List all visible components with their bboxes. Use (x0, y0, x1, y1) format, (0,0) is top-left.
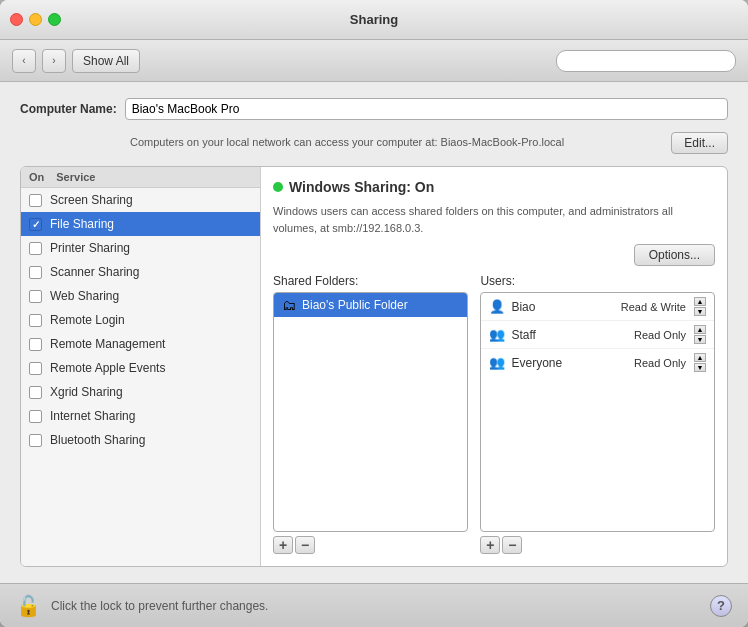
user-icon-staff: 👥 (489, 327, 505, 342)
folders-list[interactable]: 🗂 Biao's Public Folder (273, 292, 468, 532)
window-title: Sharing (350, 12, 398, 27)
web-sharing-label: Web Sharing (50, 289, 119, 303)
service-item-xgrid-sharing[interactable]: Xgrid Sharing (21, 380, 260, 404)
forward-button[interactable]: › (42, 49, 66, 73)
service-item-screen-sharing[interactable]: Screen Sharing (21, 188, 260, 212)
help-button[interactable]: ? (710, 595, 732, 617)
computer-name-row: Computer Name: (20, 98, 728, 120)
service-item-bluetooth-sharing[interactable]: Bluetooth Sharing (21, 428, 260, 452)
user-item-biao[interactable]: 👤 Biao Read & Write ▲ ▼ (481, 293, 714, 321)
options-btn-row: Options... (273, 244, 715, 266)
folders-add-remove-row: + − (273, 536, 468, 554)
remote-management-label: Remote Management (50, 337, 165, 351)
screen-sharing-label: Screen Sharing (50, 193, 133, 207)
search-input[interactable] (556, 50, 736, 72)
service-item-file-sharing[interactable]: File Sharing (21, 212, 260, 236)
options-button[interactable]: Options... (634, 244, 715, 266)
users-label: Users: (480, 274, 715, 288)
bluetooth-sharing-checkbox[interactable] (29, 434, 42, 447)
content-area: Computer Name: Computers on your local n… (0, 82, 748, 583)
right-panel: Windows Sharing: On Windows users can ac… (261, 167, 727, 566)
biao-permission-stepper[interactable]: ▲ ▼ (694, 297, 706, 316)
user-permission-everyone: Read Only (634, 357, 686, 369)
shared-folders-section: Shared Folders: 🗂 Biao's Public Folder +… (273, 274, 468, 554)
service-column-header: Service (56, 171, 95, 183)
show-all-button[interactable]: Show All (72, 49, 140, 73)
service-list: On Service Screen Sharing File Sharing P… (21, 167, 261, 566)
scanner-sharing-checkbox[interactable] (29, 266, 42, 279)
users-list[interactable]: 👤 Biao Read & Write ▲ ▼ 👥 Staff (480, 292, 715, 532)
user-name-staff: Staff (511, 328, 628, 342)
biao-permission-down[interactable]: ▼ (694, 307, 706, 316)
user-icon-biao: 👤 (489, 299, 505, 314)
add-user-button[interactable]: + (480, 536, 500, 554)
remote-apple-events-checkbox[interactable] (29, 362, 42, 375)
service-item-remote-apple-events[interactable]: Remote Apple Events (21, 356, 260, 380)
web-sharing-checkbox[interactable] (29, 290, 42, 303)
network-info-row: Computers on your local network can acce… (130, 132, 728, 154)
status-row: Windows Sharing: On (273, 179, 715, 195)
service-item-internet-sharing[interactable]: Internet Sharing (21, 404, 260, 428)
staff-permission-down[interactable]: ▼ (694, 335, 706, 344)
service-item-web-sharing[interactable]: Web Sharing (21, 284, 260, 308)
remote-login-label: Remote Login (50, 313, 125, 327)
remove-folder-button[interactable]: − (295, 536, 315, 554)
traffic-lights (10, 13, 61, 26)
remote-apple-events-label: Remote Apple Events (50, 361, 165, 375)
lock-text: Click the lock to prevent further change… (51, 599, 700, 613)
user-item-staff[interactable]: 👥 Staff Read Only ▲ ▼ (481, 321, 714, 349)
everyone-permission-up[interactable]: ▲ (694, 353, 706, 362)
folder-icon: 🗂 (282, 297, 296, 313)
computer-name-label: Computer Name: (20, 102, 117, 116)
main-panel: On Service Screen Sharing File Sharing P… (20, 166, 728, 567)
screen-sharing-checkbox[interactable] (29, 194, 42, 207)
minimize-button[interactable] (29, 13, 42, 26)
printer-sharing-checkbox[interactable] (29, 242, 42, 255)
xgrid-sharing-checkbox[interactable] (29, 386, 42, 399)
maximize-button[interactable] (48, 13, 61, 26)
everyone-permission-down[interactable]: ▼ (694, 363, 706, 372)
remote-login-checkbox[interactable] (29, 314, 42, 327)
title-bar: Sharing (0, 0, 748, 40)
service-item-remote-login[interactable]: Remote Login (21, 308, 260, 332)
user-item-everyone[interactable]: 👥 Everyone Read Only ▲ ▼ (481, 349, 714, 376)
everyone-permission-stepper[interactable]: ▲ ▼ (694, 353, 706, 372)
network-info-text: Computers on your local network can acce… (130, 135, 663, 150)
staff-permission-up[interactable]: ▲ (694, 325, 706, 334)
bottom-bar: 🔓 Click the lock to prevent further chan… (0, 583, 748, 627)
computer-name-input[interactable] (125, 98, 728, 120)
folders-users-row: Shared Folders: 🗂 Biao's Public Folder +… (273, 274, 715, 554)
users-section: Users: 👤 Biao Read & Write ▲ ▼ (480, 274, 715, 554)
file-sharing-label: File Sharing (50, 217, 114, 231)
remote-management-checkbox[interactable] (29, 338, 42, 351)
biao-permission-up[interactable]: ▲ (694, 297, 706, 306)
service-item-remote-management[interactable]: Remote Management (21, 332, 260, 356)
user-name-biao: Biao (511, 300, 614, 314)
status-title: Windows Sharing: On (289, 179, 434, 195)
scanner-sharing-label: Scanner Sharing (50, 265, 139, 279)
internet-sharing-checkbox[interactable] (29, 410, 42, 423)
users-add-remove-row: + − (480, 536, 715, 554)
edit-button[interactable]: Edit... (671, 132, 728, 154)
shared-folders-label: Shared Folders: (273, 274, 468, 288)
folder-name: Biao's Public Folder (302, 298, 408, 312)
service-item-scanner-sharing[interactable]: Scanner Sharing (21, 260, 260, 284)
user-icon-everyone: 👥 (489, 355, 505, 370)
remove-user-button[interactable]: − (502, 536, 522, 554)
back-button[interactable]: ‹ (12, 49, 36, 73)
lock-icon[interactable]: 🔓 (16, 594, 41, 618)
service-item-printer-sharing[interactable]: Printer Sharing (21, 236, 260, 260)
user-permission-biao: Read & Write (621, 301, 686, 313)
add-folder-button[interactable]: + (273, 536, 293, 554)
user-permission-staff: Read Only (634, 329, 686, 341)
user-name-everyone: Everyone (511, 356, 628, 370)
service-list-header: On Service (21, 167, 260, 188)
status-indicator (273, 182, 283, 192)
staff-permission-stepper[interactable]: ▲ ▼ (694, 325, 706, 344)
close-button[interactable] (10, 13, 23, 26)
on-column-header: On (29, 171, 44, 183)
folder-item-public[interactable]: 🗂 Biao's Public Folder (274, 293, 467, 317)
status-description: Windows users can access shared folders … (273, 203, 715, 236)
file-sharing-checkbox[interactable] (29, 218, 42, 231)
toolbar: ‹ › Show All (0, 40, 748, 82)
